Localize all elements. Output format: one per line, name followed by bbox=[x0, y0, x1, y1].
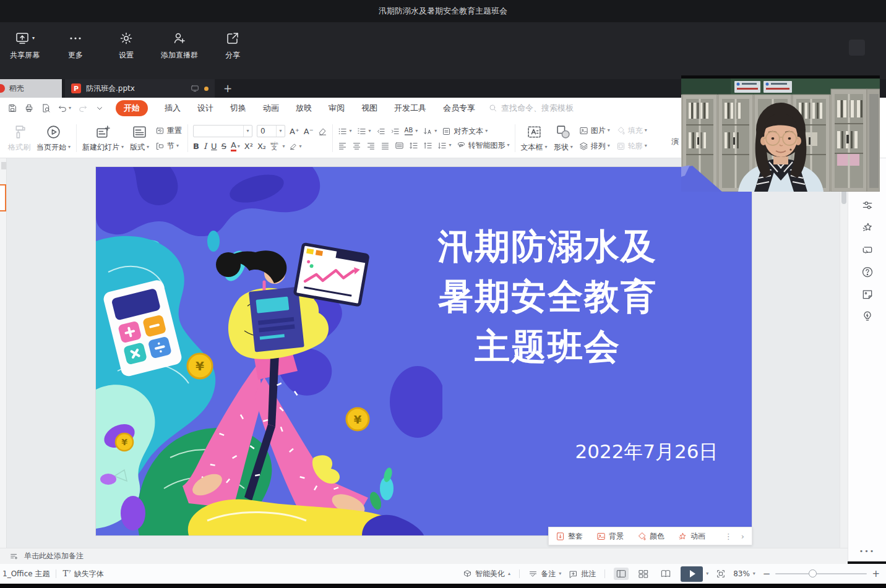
add-live-group-button[interactable]: 添加直播群 bbox=[161, 31, 198, 61]
properties-sliders-icon[interactable] bbox=[861, 199, 874, 211]
start-from-current-button[interactable]: 当页开始▾ bbox=[37, 124, 71, 153]
menu-tab-transition[interactable]: 切换 bbox=[230, 103, 246, 114]
section-button[interactable]: 节▾ bbox=[155, 141, 182, 151]
convert-smart-graphic-button[interactable]: 转智能图形▾ bbox=[457, 140, 510, 151]
text-direction-button[interactable]: ▾ bbox=[423, 127, 437, 136]
missing-font-button[interactable]: T? 缺失字体 bbox=[62, 569, 103, 579]
tab-docer[interactable]: 稻壳 bbox=[0, 79, 62, 98]
slide-1[interactable]: ¥ ¥ ¥ bbox=[96, 167, 752, 535]
subscript-button[interactable]: X₂ bbox=[257, 142, 266, 151]
slide-layout-button[interactable]: 版式▾ bbox=[130, 124, 149, 153]
webcam-video[interactable] bbox=[681, 75, 880, 192]
print-icon[interactable] bbox=[24, 103, 34, 113]
zoom-track[interactable] bbox=[775, 573, 867, 574]
sticker-icon[interactable] bbox=[861, 288, 874, 300]
numbered-list-button[interactable]: ▾ bbox=[357, 127, 371, 136]
background-button[interactable]: 背景 bbox=[590, 531, 630, 542]
more-options-icon[interactable]: ⋮ bbox=[725, 532, 733, 541]
print-preview-icon[interactable] bbox=[41, 103, 51, 113]
reset-slide-button[interactable]: 重置 bbox=[155, 126, 182, 136]
transition-loop-icon[interactable] bbox=[861, 244, 874, 256]
more-button[interactable]: 更多 bbox=[59, 31, 92, 61]
menu-tab-devtools[interactable]: 开发工具 bbox=[394, 103, 426, 114]
align-center-icon[interactable] bbox=[352, 141, 361, 150]
text-box-button[interactable]: 文本框▾ bbox=[521, 124, 548, 153]
paragraph-spacing-icon[interactable] bbox=[423, 141, 432, 150]
animation-pane-star-icon[interactable] bbox=[861, 221, 874, 234]
slide-thumbnail-selected[interactable] bbox=[0, 184, 6, 211]
arrange-button[interactable]: 排列▾ bbox=[579, 141, 610, 151]
collapse-ribbon-icon[interactable] bbox=[95, 103, 105, 113]
menu-tab-view[interactable]: 视图 bbox=[361, 103, 377, 114]
format-painter-button[interactable]: 格式刷 bbox=[8, 124, 30, 153]
redo-icon[interactable] bbox=[78, 103, 88, 113]
help-icon[interactable] bbox=[861, 266, 874, 278]
undo-button[interactable]: ▾ bbox=[58, 103, 71, 113]
share-button[interactable]: 分享 bbox=[217, 31, 249, 61]
underline-button[interactable]: U bbox=[211, 142, 217, 151]
font-family-select[interactable]: ▾ bbox=[193, 125, 252, 137]
slide-date[interactable]: 2022年7月26日 bbox=[554, 439, 739, 465]
align-left-icon[interactable] bbox=[338, 141, 347, 150]
share-screen-button[interactable]: ▾ 共享屏幕 bbox=[9, 31, 41, 61]
notes-toggle-button[interactable]: 备注 ▾ bbox=[528, 569, 561, 579]
menu-tab-design[interactable]: 设计 bbox=[197, 103, 213, 114]
tab-document[interactable]: P 防汛班会.pptx bbox=[65, 79, 215, 98]
italic-button[interactable]: I bbox=[204, 142, 207, 151]
spacing-options-button[interactable]: ▾ bbox=[437, 141, 452, 150]
menu-tab-insert[interactable]: 插入 bbox=[165, 103, 181, 114]
decrease-indent-icon[interactable] bbox=[376, 127, 385, 136]
zoom-handle[interactable] bbox=[809, 569, 817, 577]
fit-slide-button[interactable] bbox=[716, 569, 726, 579]
align-text-button[interactable]: 对齐文本▾ bbox=[442, 126, 488, 137]
strikethrough-button[interactable]: S bbox=[222, 142, 226, 151]
increase-indent-icon[interactable] bbox=[390, 127, 400, 136]
save-icon[interactable] bbox=[7, 103, 17, 113]
animation-button[interactable]: 动画 bbox=[671, 531, 712, 542]
color-button[interactable]: 颜色 bbox=[630, 531, 671, 542]
zoom-in-button[interactable]: + bbox=[872, 569, 880, 579]
highlight-button[interactable]: ▾ bbox=[289, 142, 301, 151]
smart-beautify-button[interactable]: 智能美化 ▴ bbox=[463, 569, 510, 579]
line-spacing-icon[interactable] bbox=[409, 141, 418, 150]
command-search-input[interactable]: 查找命令、搜索模板 bbox=[489, 103, 574, 114]
new-slide-button[interactable]: 新建幻灯片▾ bbox=[82, 124, 124, 153]
fill-button[interactable]: 填充▾ bbox=[616, 126, 647, 136]
next-arrow-icon[interactable]: › bbox=[741, 532, 744, 541]
slide-panel-handle[interactable] bbox=[1, 162, 6, 169]
clear-format-icon[interactable] bbox=[318, 127, 327, 136]
toolbar-mini-button[interactable] bbox=[849, 40, 865, 56]
vertical-scrollbar[interactable] bbox=[840, 158, 848, 548]
superscript-button[interactable]: X² bbox=[244, 142, 253, 151]
distribute-text-icon[interactable] bbox=[395, 141, 404, 150]
picture-button[interactable]: 图片▾ bbox=[579, 126, 610, 136]
align-right-icon[interactable] bbox=[366, 141, 376, 150]
settings-button[interactable]: 设置 bbox=[110, 31, 142, 61]
notes-bar[interactable]: 单击此处添加备注 bbox=[0, 548, 848, 564]
phonetic-guide-button[interactable]: wén 文 bbox=[270, 142, 278, 151]
view-sorter-button[interactable] bbox=[636, 568, 651, 580]
menu-tab-animation[interactable]: 动画 bbox=[263, 103, 279, 114]
sidebar-more-icon[interactable]: ••• bbox=[848, 547, 886, 555]
menu-tab-home[interactable]: 开始 bbox=[116, 100, 148, 116]
zoom-out-button[interactable]: − bbox=[763, 569, 771, 579]
bullet-list-button[interactable]: ▾ bbox=[338, 127, 352, 136]
menu-tab-member[interactable]: 会员专享 bbox=[443, 103, 475, 114]
grow-font-button[interactable]: A⁺ bbox=[290, 127, 299, 136]
zoom-level[interactable]: 83% ▾ bbox=[733, 569, 755, 578]
slide-panel-collapsed[interactable] bbox=[0, 158, 7, 548]
view-reading-button[interactable] bbox=[658, 568, 673, 580]
menu-tab-slideshow[interactable]: 放映 bbox=[296, 103, 312, 114]
inspiration-bulb-icon[interactable] bbox=[861, 310, 874, 323]
bold-button[interactable]: B bbox=[193, 142, 199, 151]
slide-title[interactable]: 汛期防溺水及 暑期安全教育 主题班会 bbox=[405, 221, 690, 372]
font-color-button[interactable]: A▾ bbox=[231, 141, 240, 151]
justify-icon[interactable] bbox=[381, 141, 390, 150]
font-size-select[interactable]: 0 ▾ bbox=[257, 125, 285, 137]
new-tab-button[interactable]: + bbox=[223, 79, 232, 98]
full-set-button[interactable]: 整套 bbox=[549, 531, 590, 542]
menu-tab-review[interactable]: 审阅 bbox=[329, 103, 345, 114]
shrink-font-button[interactable]: A⁻ bbox=[304, 127, 314, 136]
character-spacing-button[interactable]: AB▾ bbox=[405, 127, 418, 135]
view-normal-button[interactable] bbox=[614, 568, 629, 580]
